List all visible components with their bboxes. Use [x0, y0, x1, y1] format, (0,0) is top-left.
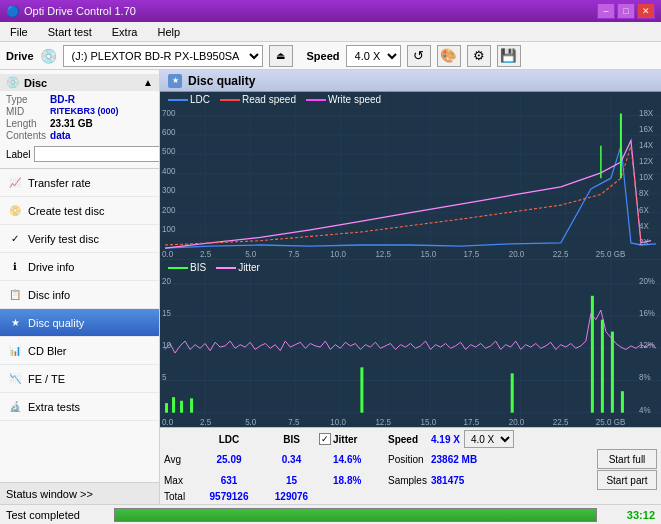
status-text: Test completed: [6, 509, 106, 521]
color-button[interactable]: 🎨: [437, 45, 461, 67]
svg-text:18X: 18X: [639, 107, 654, 117]
svg-text:2.5: 2.5: [200, 249, 211, 259]
svg-rect-66: [511, 373, 514, 412]
svg-text:20: 20: [162, 275, 171, 286]
refresh-button[interactable]: ↺: [407, 45, 431, 67]
length-value: 23.31 GB: [50, 118, 153, 129]
eject-button[interactable]: ⏏: [269, 45, 293, 67]
svg-text:10: 10: [162, 340, 171, 351]
svg-text:7.5: 7.5: [288, 249, 299, 259]
stats-bar: LDC BIS ✓ Jitter Speed 4.19 X 4.0 X Avg …: [160, 427, 661, 504]
svg-text:12X: 12X: [639, 156, 654, 166]
panel-icon: ★: [168, 74, 182, 88]
svg-text:8%: 8%: [639, 372, 651, 383]
legend-jitter-label: Jitter: [238, 262, 260, 273]
sidebar-item-fe-te[interactable]: 📉 FE / TE: [0, 365, 159, 393]
legend-readspeed-label: Read speed: [242, 94, 296, 105]
cd-bler-icon: 📊: [8, 344, 22, 358]
chart2-svg: 0.0 2.5 5.0 7.5 10.0 12.5 15.0 17.5 20.0…: [160, 260, 661, 427]
total-label: Total: [164, 491, 194, 502]
menu-extra[interactable]: Extra: [106, 24, 144, 40]
status-window-button[interactable]: Status window >>: [0, 482, 159, 504]
svg-rect-64: [190, 398, 193, 412]
menu-starttest[interactable]: Start test: [42, 24, 98, 40]
svg-text:600: 600: [162, 127, 176, 137]
speed-display: 4.19 X: [431, 434, 460, 445]
status-time: 33:12: [605, 509, 655, 521]
avg-ldc: 25.09: [194, 454, 264, 465]
svg-text:20.0: 20.0: [509, 416, 525, 427]
svg-text:0.0: 0.0: [162, 416, 173, 427]
svg-text:4%: 4%: [639, 404, 651, 415]
status-window-label: Status window >>: [6, 488, 93, 500]
speed-label: Speed: [307, 50, 340, 62]
start-full-button[interactable]: Start full: [597, 449, 657, 469]
save-button[interactable]: 💾: [497, 45, 521, 67]
label-label: Label: [6, 149, 30, 160]
max-jitter: 18.8%: [333, 475, 388, 486]
settings-button[interactable]: ⚙: [467, 45, 491, 67]
drive-info-icon: ℹ: [8, 260, 22, 274]
minimize-button[interactable]: –: [597, 3, 615, 19]
menu-file[interactable]: File: [4, 24, 34, 40]
avg-bis: 0.34: [264, 454, 319, 465]
drive-select[interactable]: (J:) PLEXTOR BD-R PX-LB950SA 1.06: [63, 45, 263, 67]
sidebar-item-create-test[interactable]: 📀 Create test disc: [0, 197, 159, 225]
svg-text:200: 200: [162, 204, 176, 214]
total-bis: 129076: [264, 491, 319, 502]
maximize-button[interactable]: □: [617, 3, 635, 19]
svg-text:8X: 8X: [639, 188, 649, 198]
svg-rect-67: [591, 296, 594, 413]
disc-collapse-icon[interactable]: ▲: [143, 77, 153, 88]
create-test-label: Create test disc: [28, 205, 104, 217]
stats-bis-header: BIS: [264, 434, 319, 445]
sidebar-item-verify-test[interactable]: ✓ Verify test disc: [0, 225, 159, 253]
drive-label: Drive: [6, 50, 34, 62]
disc-quality-label: Disc quality: [28, 317, 84, 329]
avg-label: Avg: [164, 454, 194, 465]
jitter-checkbox[interactable]: ✓: [319, 433, 333, 445]
svg-text:20.0: 20.0: [509, 249, 525, 259]
svg-rect-61: [165, 403, 168, 413]
start-part-button[interactable]: Start part: [597, 470, 657, 490]
sidebar-item-drive-info[interactable]: ℹ Drive info: [0, 253, 159, 281]
drive-disc-icon: 💿: [40, 48, 57, 64]
charts-area: LDC Read speed Write speed: [160, 92, 661, 427]
disc-section-title: Disc: [24, 77, 47, 89]
speed-select[interactable]: 4.0 X: [346, 45, 401, 67]
fe-te-label: FE / TE: [28, 373, 65, 385]
sidebar-item-disc-info[interactable]: 📋 Disc info: [0, 281, 159, 309]
fe-te-icon: 📉: [8, 372, 22, 386]
legend-ldc: LDC: [168, 94, 210, 105]
svg-rect-70: [621, 391, 624, 412]
content-area: ★ Disc quality LDC Read speed: [160, 70, 661, 504]
svg-text:12.5: 12.5: [375, 416, 391, 427]
close-button[interactable]: ✕: [637, 3, 655, 19]
mid-label: MID: [6, 106, 46, 117]
stats-avg-row: Avg 25.09 0.34 14.6% Position 23862 MB S…: [164, 449, 657, 469]
label-row: Label 🔍: [0, 144, 159, 164]
menubar: File Start test Extra Help: [0, 22, 661, 42]
svg-text:5.0: 5.0: [245, 416, 256, 427]
sidebar-item-disc-quality[interactable]: ★ Disc quality: [0, 309, 159, 337]
sidebar-item-transfer-rate[interactable]: 📈 Transfer rate: [0, 169, 159, 197]
titlebar: 🔵 Opti Drive Control 1.70 – □ ✕: [0, 0, 661, 22]
stats-speed-select[interactable]: 4.0 X: [464, 430, 514, 448]
svg-text:22.5: 22.5: [553, 249, 569, 259]
chart2-container: BIS Jitter: [160, 260, 661, 427]
max-bis: 15: [264, 475, 319, 486]
app-title: Opti Drive Control 1.70: [24, 5, 136, 17]
svg-text:15.0: 15.0: [421, 416, 437, 427]
sidebar-item-cd-bler[interactable]: 📊 CD Bler: [0, 337, 159, 365]
panel-header: ★ Disc quality: [160, 70, 661, 92]
type-label: Type: [6, 94, 46, 105]
transfer-rate-label: Transfer rate: [28, 177, 91, 189]
label-input[interactable]: [34, 146, 160, 162]
sidebar-item-extra-tests[interactable]: 🔬 Extra tests: [0, 393, 159, 421]
app-icon: 🔵: [6, 5, 20, 18]
titlebar-controls: – □ ✕: [597, 3, 655, 19]
contents-label: Contents: [6, 130, 46, 141]
svg-text:10.0: 10.0: [330, 416, 346, 427]
sidebar: 💿 Disc ▲ Type BD-R MID RITEKBR3 (000) Le…: [0, 70, 160, 504]
menu-help[interactable]: Help: [151, 24, 186, 40]
